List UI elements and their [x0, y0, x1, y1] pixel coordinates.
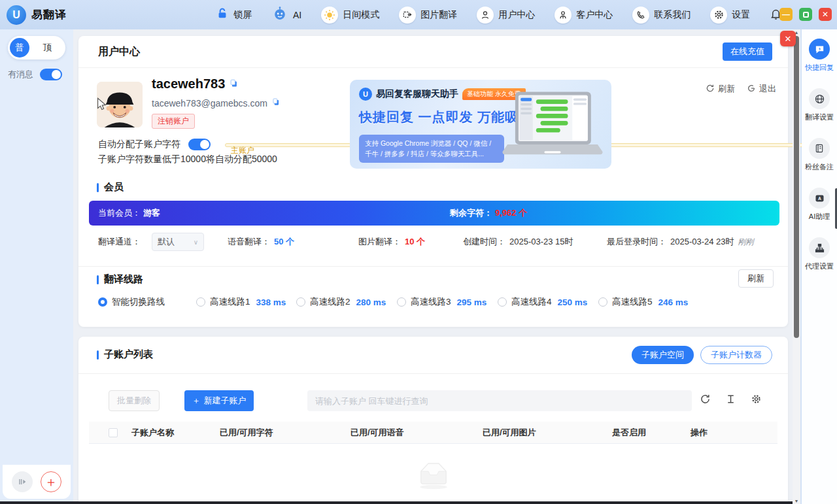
panel-close-button[interactable]: ✕ — [780, 31, 796, 46]
subaccount-space-button[interactable]: 子账户空间 — [632, 346, 694, 364]
robot-icon — [271, 5, 288, 24]
mode-primary-tab[interactable]: 普 — [10, 38, 29, 58]
sidebar-item-ai-assistant[interactable]: A AI助理 — [809, 188, 830, 222]
topbar-item-ai[interactable]: AI — [271, 5, 301, 24]
line-option-1[interactable]: 高速线路1 338 ms — [196, 296, 286, 308]
sidebar-item-label: 快捷回复 — [805, 63, 834, 73]
radio-icon[interactable] — [498, 297, 507, 307]
channel-group: 翻译通道： — [98, 232, 141, 252]
line-option-4[interactable]: 高速线路4 250 ms — [498, 296, 587, 308]
chevron-down-icon: ∨ — [194, 239, 198, 246]
vertical-scrollbar[interactable]: ▲ ▼ — [793, 29, 800, 504]
recharge-button[interactable]: 在线充值 — [723, 42, 772, 61]
topbar-item-label: 锁屏 — [233, 9, 252, 21]
sidebar-item-label: 翻译设置 — [805, 112, 834, 122]
mode-top-tab[interactable]: 顶 — [29, 42, 65, 54]
add-account-button[interactable]: ＋ — [41, 471, 61, 492]
topbar-item-settings[interactable]: 设置 — [710, 7, 750, 24]
subaccount-counter-button[interactable]: 子账户计数器 — [700, 346, 772, 364]
topbar-item-lockscreen[interactable]: 锁屏 — [216, 7, 252, 22]
phone-icon — [632, 7, 649, 24]
line-option-smart[interactable]: 智能切换路线 — [98, 296, 171, 308]
left-sidebar: 普 顶 有消息 ＋ — [0, 29, 73, 504]
collapse-expand-button[interactable] — [12, 471, 33, 492]
col-image: 已用/可用图片 — [483, 422, 536, 444]
sidebar-item-proxy-settings[interactable]: 代理设置 — [805, 237, 834, 271]
table-refresh-icon[interactable] — [700, 394, 711, 405]
refresh-lines-button[interactable]: 刷新 — [738, 269, 774, 288]
refresh-account-button[interactable]: 刷新 — [706, 83, 735, 95]
app-logo: U 易翻译 — [7, 5, 67, 25]
copy-email-icon[interactable] — [271, 97, 281, 109]
select-all-checkbox[interactable] — [109, 428, 118, 437]
scrollbar-thumb[interactable] — [794, 36, 799, 338]
maximize-button[interactable] — [799, 8, 812, 21]
divider — [78, 373, 788, 374]
close-button[interactable]: ✕ — [819, 8, 832, 21]
radio-icon[interactable] — [296, 297, 305, 307]
topbar-item-label: 联系我们 — [654, 9, 691, 21]
topbar-item-image-translate[interactable]: 图片翻译 — [399, 7, 457, 24]
copy-username-icon[interactable] — [229, 76, 239, 92]
topbar-item-label: 客户中心 — [576, 9, 613, 21]
has-message-switch[interactable] — [40, 69, 62, 80]
radio-icon[interactable] — [598, 297, 607, 307]
username-row: taceweh783 — [152, 76, 239, 92]
avatar[interactable] — [97, 82, 143, 127]
table-density-icon[interactable] — [725, 394, 736, 405]
user-center-card: 用户中心 在线充值 taceweh783 taceweh783@gamebcs — [78, 36, 788, 327]
has-message-row: 有消息 — [8, 69, 62, 80]
channel-select[interactable]: 默认 ∨ — [152, 233, 204, 251]
topbar-item-label: AI — [293, 10, 301, 20]
new-subaccount-button[interactable]: ＋ 新建子账户 — [184, 390, 254, 411]
subaccount-search-input[interactable] — [307, 390, 692, 411]
lock-icon — [216, 7, 229, 22]
refresh-icon — [706, 84, 715, 95]
app-logo-text: 易翻译 — [31, 7, 67, 22]
line-option-3[interactable]: 高速线路3 295 ms — [397, 296, 487, 308]
auto-assign-row: 自动分配子账户字符 — [98, 139, 211, 150]
globe-icon — [809, 88, 830, 109]
radio-icon[interactable] — [397, 297, 406, 307]
line-option-2[interactable]: 高速线路2 280 ms — [296, 296, 386, 308]
line-label: 高速线路1 — [210, 296, 250, 308]
sidebar-item-quick-reply[interactable]: 快捷回复 — [805, 39, 834, 73]
topbar-item-label: 日间模式 — [343, 9, 379, 21]
col-actions: 操作 — [691, 422, 708, 444]
subaccount-card: 子账户列表 子账户空间 子账户计数器 批量删除 ＋ 新建子账户 — [78, 337, 788, 504]
topbar-item-customer-center[interactable]: 客户中心 — [555, 7, 613, 24]
line-latency: 246 ms — [658, 297, 689, 307]
sidebar-item-fan-notes[interactable]: 粉丝备注 — [805, 138, 834, 172]
batch-delete-button[interactable]: 批量删除 — [109, 390, 160, 411]
topbar-item-contact[interactable]: 联系我们 — [632, 7, 691, 24]
radio-selected-icon[interactable] — [98, 297, 107, 307]
sidebar-item-label: 粉丝备注 — [805, 162, 834, 172]
close-icon: ✕ — [785, 34, 792, 44]
auto-assign-switch[interactable] — [188, 139, 211, 150]
scroll-down-arrow[interactable]: ▼ — [793, 499, 800, 503]
account-mode-toggle[interactable]: 普 顶 — [8, 36, 65, 59]
topbar-item-label: 设置 — [732, 9, 750, 21]
logout-button[interactable]: 退出 — [747, 83, 776, 95]
promo-banner[interactable]: U 易回复客服聊天助手 基础功能 永久免费 快捷回复 一点即发 万能吸附 支持 … — [350, 80, 611, 169]
line-label: 高速线路4 — [511, 296, 552, 308]
last-login-value: 2025-03-24 23时 — [670, 236, 734, 248]
notebook-icon — [809, 138, 830, 159]
radio-icon[interactable] — [196, 297, 205, 307]
page-title: 用户中心 — [98, 45, 140, 59]
deregister-account-badge[interactable]: 注销账户 — [152, 114, 195, 129]
table-settings-icon[interactable] — [751, 394, 762, 405]
topbar-item-daymode[interactable]: 日间模式 — [321, 7, 379, 24]
current-member-label: 当前会员： — [98, 207, 141, 219]
section-bar — [97, 183, 99, 192]
last-login-ago: 刚刚 — [738, 237, 754, 248]
app-logo-icon: U — [7, 5, 26, 25]
line-option-5[interactable]: 高速线路5 246 ms — [598, 296, 688, 308]
minimize-button[interactable]: — — [779, 8, 793, 21]
table-header-row: 子账户名称 已用/可用字符 已用/可用语音 已用/可用图片 是否启用 操作 — [89, 422, 777, 444]
sidebar-item-translate-settings[interactable]: 翻译设置 — [805, 88, 834, 122]
main-content: 用户中心 在线充值 taceweh783 taceweh783@gamebcs — [73, 29, 793, 504]
image-quota-label: 图片翻译： — [358, 236, 401, 248]
topbar-item-user-center[interactable]: 用户中心 — [477, 7, 535, 24]
line-label: 高速线路2 — [310, 296, 350, 308]
